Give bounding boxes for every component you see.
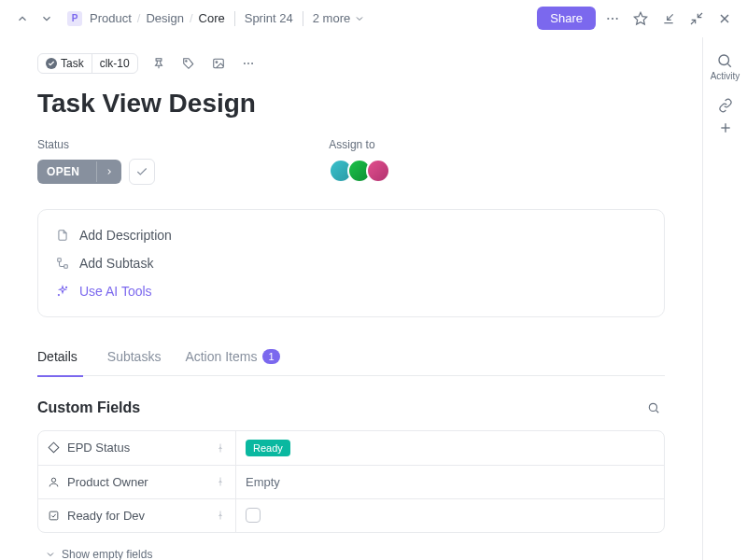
- task-mini-actions: [148, 52, 260, 75]
- collapse-button[interactable]: [685, 7, 708, 30]
- svg-point-26: [719, 55, 729, 65]
- cf-label: EPD Status: [67, 441, 130, 455]
- svg-line-19: [656, 410, 659, 413]
- complete-button[interactable]: [129, 159, 155, 185]
- pin-button[interactable]: [148, 52, 170, 75]
- svg-point-18: [649, 403, 656, 411]
- nav-arrows: [11, 7, 58, 30]
- cf-value-cell[interactable]: Ready: [236, 440, 664, 456]
- svg-point-0: [607, 17, 609, 19]
- cf-label: Ready for Dev: [67, 509, 145, 523]
- top-actions: Share: [537, 7, 736, 30]
- checkbox-input[interactable]: [246, 508, 261, 523]
- show-empty-label: Show empty fields: [62, 548, 152, 560]
- activity-button[interactable]: Activity: [711, 52, 740, 81]
- search-icon: [647, 401, 660, 414]
- status-dropdown[interactable]: OPEN: [37, 160, 121, 184]
- cf-label-cell[interactable]: Ready for Dev: [38, 499, 236, 532]
- link-button[interactable]: [718, 98, 733, 113]
- svg-marker-3: [634, 12, 646, 24]
- svg-rect-15: [64, 264, 68, 268]
- avatar: [366, 159, 390, 183]
- pin-icon[interactable]: [215, 510, 226, 521]
- svg-point-11: [244, 63, 246, 64]
- breadcrumb-divider: [303, 11, 303, 26]
- status-col: Status OPEN: [37, 138, 155, 185]
- breadcrumb-sep: /: [137, 11, 141, 25]
- cf-empty-value: Empty: [246, 475, 280, 489]
- custom-fields-search-button[interactable]: [642, 397, 665, 419]
- page-title[interactable]: Task View Design: [37, 88, 665, 119]
- person-icon: [48, 476, 60, 488]
- svg-rect-14: [58, 258, 62, 261]
- table-row: EPD Status Ready: [38, 431, 664, 465]
- task-chip-type-label: Task: [61, 57, 84, 70]
- more-menu-button[interactable]: [601, 7, 624, 30]
- download-button[interactable]: [657, 7, 680, 30]
- svg-rect-24: [49, 511, 58, 520]
- tag-button[interactable]: [177, 52, 200, 75]
- diamond-icon: [48, 441, 60, 454]
- custom-fields-table: EPD Status Ready Product Owner: [37, 430, 665, 533]
- breadcrumb-sprint[interactable]: Sprint 24: [245, 11, 293, 25]
- breadcrumb-item-active[interactable]: Core: [199, 11, 225, 25]
- image-button[interactable]: [207, 52, 230, 75]
- right-rail: Activity: [702, 37, 747, 560]
- show-empty-fields-button[interactable]: Show empty fields: [37, 544, 665, 560]
- svg-point-1: [612, 17, 613, 19]
- chevron-right-icon: [96, 161, 121, 182]
- subtask-icon: [55, 257, 70, 270]
- svg-point-2: [616, 17, 618, 19]
- status-value: OPEN: [37, 160, 89, 184]
- meta-row: Status OPEN Assign to: [37, 138, 665, 185]
- favorite-button[interactable]: [629, 7, 652, 30]
- ai-tools-label: Use AI Tools: [79, 284, 152, 299]
- pin-icon[interactable]: [215, 442, 226, 454]
- pin-icon[interactable]: [215, 476, 226, 487]
- chevron-down-icon: [354, 13, 365, 24]
- custom-fields-title: Custom Fields: [37, 399, 140, 416]
- share-button[interactable]: Share: [537, 7, 596, 30]
- assignees[interactable]: [329, 159, 390, 183]
- task-chip-row: Task clk-10: [37, 52, 665, 75]
- cf-label-cell[interactable]: EPD Status: [38, 431, 236, 465]
- svg-point-16: [66, 287, 67, 287]
- workspace-badge[interactable]: P: [67, 11, 82, 26]
- cf-label-cell[interactable]: Product Owner: [38, 466, 236, 498]
- status-badge: Ready: [246, 440, 290, 456]
- tab-action-items[interactable]: Action Items 1: [185, 343, 279, 375]
- cf-value-cell[interactable]: Empty: [236, 475, 664, 489]
- tab-subtasks[interactable]: Subtasks: [107, 343, 162, 375]
- tab-action-items-label: Action Items: [185, 349, 257, 364]
- nav-down-button[interactable]: [35, 7, 58, 30]
- checkbox-icon: [48, 510, 60, 522]
- svg-point-22: [51, 478, 55, 482]
- svg-point-17: [58, 294, 59, 295]
- add-description-button[interactable]: Add Description: [55, 221, 647, 249]
- breadcrumb: P Product / Design / Core Sprint 24 2 mo…: [67, 11, 531, 26]
- ai-tools-button[interactable]: Use AI Tools: [55, 277, 647, 305]
- task-chip[interactable]: Task clk-10: [37, 53, 138, 74]
- breadcrumb-item[interactable]: Product: [90, 11, 132, 25]
- ai-icon: [55, 285, 70, 298]
- tab-subtasks-label: Subtasks: [107, 349, 162, 364]
- breadcrumb-item[interactable]: Design: [146, 11, 183, 25]
- cf-value-cell[interactable]: [236, 508, 664, 523]
- svg-point-10: [216, 62, 218, 63]
- task-status-dot-icon: [46, 58, 57, 69]
- tab-details-label: Details: [37, 349, 78, 364]
- svg-rect-20: [49, 442, 59, 453]
- status-label: Status: [37, 138, 155, 151]
- tabs: Details Subtasks Action Items 1: [37, 343, 665, 376]
- task-more-button[interactable]: [237, 52, 260, 75]
- tab-details[interactable]: Details: [37, 343, 83, 375]
- breadcrumb-more[interactable]: 2 more: [313, 11, 365, 25]
- custom-fields-header: Custom Fields: [37, 397, 665, 419]
- add-description-label: Add Description: [79, 228, 172, 243]
- nav-up-button[interactable]: [11, 7, 34, 30]
- add-subtask-button[interactable]: Add Subtask: [55, 249, 647, 277]
- close-button[interactable]: [713, 7, 736, 30]
- link-icon: [718, 98, 733, 113]
- add-widget-button[interactable]: [718, 120, 733, 135]
- action-items-count-badge: 1: [262, 349, 279, 364]
